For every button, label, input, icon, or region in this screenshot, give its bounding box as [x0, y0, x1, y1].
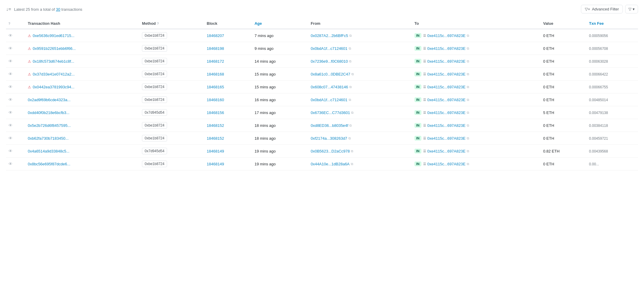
- copy-from-icon[interactable]: ⧉: [351, 72, 354, 76]
- copy-from-icon[interactable]: ⧉: [351, 149, 353, 153]
- block-link[interactable]: 18468149: [207, 149, 224, 153]
- method-help-icon[interactable]: ?: [157, 22, 159, 25]
- eye-icon[interactable]: 👁: [8, 136, 13, 141]
- block-link[interactable]: 18468160: [207, 98, 224, 102]
- to-address-link[interactable]: 0xe4115c...697A823E: [427, 72, 466, 76]
- eye-icon[interactable]: 👁: [8, 123, 13, 128]
- copy-to-icon[interactable]: ⧉: [467, 47, 469, 50]
- eye-icon[interactable]: 👁: [8, 84, 13, 89]
- eye-icon[interactable]: 👁: [8, 59, 13, 64]
- copy-to-icon[interactable]: ⧉: [467, 149, 469, 153]
- copy-to-icon[interactable]: ⧉: [467, 59, 469, 63]
- copy-from-icon[interactable]: ⧉: [349, 59, 351, 63]
- from-address-link[interactable]: 0x7236e9...f0C68010: [311, 59, 348, 64]
- from-address-link[interactable]: 0xd8ED36...b8035e4f: [311, 123, 348, 128]
- copy-to-icon[interactable]: ⧉: [467, 34, 469, 38]
- transaction-hash-link[interactable]: 0x4a6514a9d33848c5...: [28, 149, 70, 153]
- help-circle-icon[interactable]: ?: [8, 22, 10, 25]
- to-address-link[interactable]: 0xe4115c...697A823E: [427, 98, 466, 102]
- copy-to-icon[interactable]: ⧉: [467, 98, 469, 102]
- eye-icon[interactable]: 👁: [8, 33, 13, 38]
- transaction-hash-link[interactable]: 0xb62fa730b7183450...: [28, 136, 69, 141]
- direction-badge: IN: [414, 72, 421, 76]
- direction-badge: IN: [414, 59, 421, 64]
- to-address-link[interactable]: 0xe4115c...697A823E: [427, 85, 466, 89]
- block-link[interactable]: 18468165: [207, 85, 224, 89]
- copy-to-icon[interactable]: ⧉: [467, 162, 469, 166]
- count-link[interactable]: 30: [56, 7, 60, 12]
- transaction-hash-link[interactable]: 0x0442ea3781993c94...: [33, 85, 75, 89]
- eye-icon[interactable]: 👁: [8, 97, 13, 102]
- transaction-hash-link[interactable]: 0x9591b22651ebb6f66...: [33, 46, 76, 51]
- transaction-hash-link[interactable]: 0x5e2b726d6f8457595...: [28, 123, 71, 128]
- to-address-link[interactable]: 0xe4115c...697A823E: [427, 136, 466, 141]
- filter-dropdown-button[interactable]: ▽ ▾: [625, 5, 638, 13]
- to-address-link[interactable]: 0xe4115c...697A823E: [427, 162, 466, 166]
- transaction-hash-link[interactable]: 0x2ad9f69b6cde4323a...: [28, 98, 71, 102]
- block-link[interactable]: 18468198: [207, 46, 224, 51]
- copy-from-icon[interactable]: ⧉: [349, 98, 351, 102]
- copy-to-icon[interactable]: ⧉: [467, 72, 469, 76]
- contract-icon: ☰: [423, 85, 426, 89]
- from-cell: 0x6736EC...C77d3601 ⧉: [311, 110, 410, 115]
- from-address-link[interactable]: 0x44A10e...1dB28a6A: [311, 162, 350, 166]
- from-address-link[interactable]: 0xf2174a...308263d7: [311, 136, 347, 141]
- from-address-link[interactable]: 0x0bdA1f...c7124601: [311, 46, 348, 51]
- transaction-hash-link[interactable]: 0xdd40f0b218e6bcfb3...: [28, 110, 70, 115]
- copy-to-icon[interactable]: ⧉: [467, 124, 469, 127]
- col-to: To: [412, 18, 541, 29]
- copy-to-icon[interactable]: ⧉: [467, 136, 469, 140]
- copy-from-icon[interactable]: ⧉: [349, 47, 351, 50]
- copy-from-icon[interactable]: ⧉: [349, 85, 352, 89]
- age-text: 18 mins ago: [255, 136, 276, 141]
- value-text: 0 ETH: [543, 162, 554, 166]
- from-header: From: [311, 21, 321, 26]
- from-address-link[interactable]: 0x0287A2...2b6BfFc5: [311, 33, 348, 38]
- block-link[interactable]: 18468152: [207, 123, 224, 128]
- from-address-link[interactable]: 0x8a61c0...0DBE2C47: [311, 72, 350, 76]
- block-link[interactable]: 18468207: [207, 33, 224, 38]
- to-address-link[interactable]: 0xe4115c...697A823E: [427, 46, 466, 51]
- from-address-link[interactable]: 0x6736EC...C77d3601: [311, 110, 350, 115]
- to-address-link[interactable]: 0xe4115c...697A823E: [427, 33, 466, 38]
- col-txnfee[interactable]: Txn Fee: [587, 18, 638, 29]
- block-link[interactable]: 18468156: [207, 110, 224, 115]
- eye-icon[interactable]: 👁: [8, 110, 13, 115]
- direction-badge: IN: [414, 136, 421, 141]
- eye-icon[interactable]: 👁: [8, 149, 13, 153]
- block-link[interactable]: 18468152: [207, 136, 224, 141]
- copy-from-icon[interactable]: ⧉: [348, 136, 351, 140]
- fee-text: 0.00066755: [589, 85, 608, 89]
- from-address-link[interactable]: 0x0bdA1f...c7124601: [311, 98, 348, 102]
- copy-to-icon[interactable]: ⧉: [467, 111, 469, 115]
- block-link[interactable]: 18468172: [207, 59, 224, 64]
- copy-from-icon[interactable]: ⧉: [351, 111, 354, 115]
- table-row: 👁 0xdd40f0b218e6bcfb3... 0x7d945d5418468…: [6, 106, 638, 119]
- col-age[interactable]: Age: [252, 18, 308, 29]
- from-address-link[interactable]: 0x608c07...47438146: [311, 85, 348, 89]
- copy-from-icon[interactable]: ⧉: [349, 124, 352, 127]
- copy-to-icon[interactable]: ⧉: [467, 85, 469, 89]
- age-text: 14 mins ago: [255, 59, 276, 64]
- transaction-hash-link[interactable]: 0x18fc573d674eb1c8f...: [33, 59, 74, 64]
- to-address-link[interactable]: 0xe4115c...697A823E: [427, 123, 466, 128]
- to-address-link[interactable]: 0xe4115c...697A823E: [427, 59, 466, 64]
- from-cell: 0x44A10e...1dB28a6A ⧉: [311, 162, 410, 166]
- block-link[interactable]: 18468149: [207, 162, 224, 166]
- transaction-hash-link[interactable]: 0x8bc56e695f87dcde6...: [28, 162, 70, 166]
- table-row: 👁 ⚠ 0xe5636c991ed61715... 0xbe1b87241846…: [6, 29, 638, 42]
- transaction-hash-link[interactable]: 0x37d33e41e07412a2...: [33, 72, 75, 76]
- to-address-link[interactable]: 0xe4115c...697A823E: [427, 110, 466, 115]
- block-link[interactable]: 18468168: [207, 72, 224, 76]
- advanced-filter-button[interactable]: ▽= Advanced Filter: [581, 5, 623, 13]
- to-address-link[interactable]: 0xe4115c...697A823E: [427, 149, 466, 153]
- table-row: 👁 0x2ad9f69b6cde4323a... 0xbe1b872418468…: [6, 93, 638, 106]
- from-address-link[interactable]: 0x0B5623...D2aCc978: [311, 149, 350, 153]
- copy-from-icon[interactable]: ⧉: [349, 34, 352, 38]
- copy-from-icon[interactable]: ⧉: [351, 162, 353, 166]
- eye-icon[interactable]: 👁: [8, 46, 13, 51]
- eye-icon[interactable]: 👁: [8, 161, 13, 166]
- age-text: 19 mins ago: [255, 149, 276, 153]
- eye-icon[interactable]: 👁: [8, 72, 13, 76]
- transaction-hash-link[interactable]: 0xe5636c991ed61715...: [33, 33, 75, 38]
